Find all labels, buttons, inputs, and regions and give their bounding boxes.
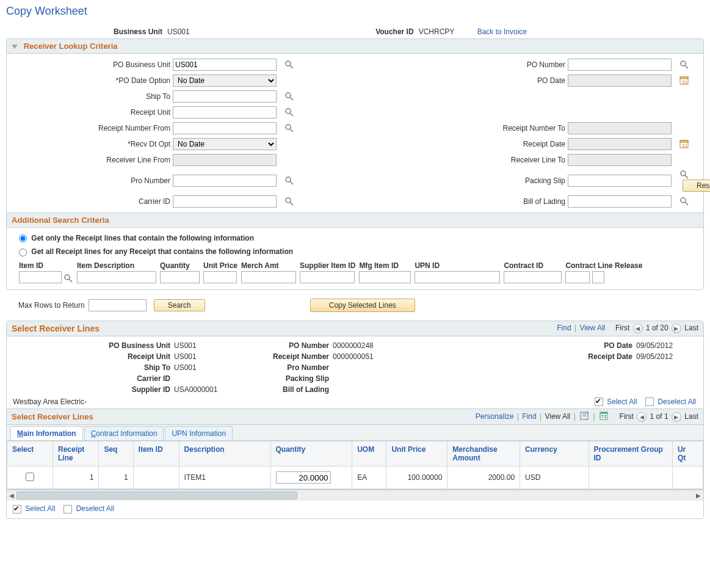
copy-selected-lines-button[interactable]: Copy Selected Lines — [310, 299, 415, 312]
next-icon[interactable]: ▶ — [672, 324, 681, 333]
po-bu-input[interactable] — [173, 59, 277, 71]
radio-contain-lines[interactable] — [19, 234, 27, 242]
calendar-icon[interactable]: 31 — [679, 139, 689, 149]
info-receipt-unit-label: Receipt Unit — [14, 352, 173, 361]
info-receipt-number-label: Receipt Number — [258, 352, 331, 361]
scroll-left-icon[interactable]: ◀ — [7, 491, 16, 500]
tab-upn-information[interactable]: UPN Information — [165, 426, 233, 440]
personalize-link[interactable]: Personalize — [476, 412, 514, 421]
lookup-icon[interactable] — [679, 197, 689, 206]
tab-contract-information[interactable]: Contract Information — [84, 426, 164, 440]
row-select-checkbox[interactable] — [26, 473, 34, 481]
lookup-icon[interactable] — [284, 60, 294, 70]
inner-grid-header: Select Receiver Lines — [12, 412, 93, 421]
receipt-unit-input[interactable] — [173, 106, 277, 118]
select-all-icon[interactable] — [595, 397, 603, 406]
select-all-link[interactable]: Select All — [607, 397, 637, 406]
lookup-icon[interactable] — [284, 123, 294, 133]
lookup-icon[interactable] — [284, 197, 294, 206]
horizontal-scrollbar[interactable]: ◀ ▶ — [7, 490, 703, 501]
svg-line-3 — [685, 65, 688, 68]
info-po-date-label: PO Date — [574, 341, 635, 350]
reset-button[interactable]: Reset — [683, 180, 710, 192]
col-item-id[interactable]: Item ID — [133, 441, 179, 466]
inner-find-link[interactable]: Find — [522, 412, 536, 421]
lookup-icon[interactable] — [284, 92, 294, 101]
scroll-thumb[interactable] — [16, 492, 297, 499]
inner-view-all[interactable]: View All — [545, 412, 570, 421]
merch-amt-input[interactable] — [241, 271, 296, 283]
lookup-icon[interactable] — [63, 274, 73, 283]
inner-prev-icon[interactable]: ◀ — [637, 412, 647, 422]
inner-next-icon[interactable]: ▶ — [672, 412, 681, 422]
col-receipt-line[interactable]: Receipt Line — [53, 441, 98, 466]
po-date-opt-label: *PO Date Option — [14, 76, 173, 85]
contract-line-input[interactable] — [565, 271, 590, 283]
col-description[interactable]: Description — [179, 441, 270, 466]
find-link[interactable]: Find — [557, 324, 571, 332]
svg-line-19 — [685, 175, 688, 178]
col-uom[interactable]: UOM — [352, 441, 386, 466]
prev-icon[interactable]: ◀ — [633, 324, 643, 333]
packing-slip-input[interactable] — [568, 175, 672, 187]
tab-main-information[interactable]: Main Information — [10, 426, 83, 440]
view-all-link[interactable]: View All — [579, 324, 605, 332]
bottom-select-all-icon[interactable] — [13, 505, 21, 514]
pro-number-input[interactable] — [173, 175, 277, 187]
col-seq[interactable]: Seq — [99, 441, 133, 466]
bill-of-lading-label: Bill of Lading — [299, 197, 568, 206]
col-currency[interactable]: Currency — [520, 441, 589, 466]
item-desc-input[interactable] — [77, 271, 156, 283]
lookup-icon[interactable] — [679, 170, 689, 180]
deselect-all-icon[interactable] — [645, 397, 654, 406]
pro-number-label: Pro Number — [14, 176, 173, 185]
recv-dt-opt-select[interactable]: No Date — [173, 138, 277, 150]
lookup-icon[interactable] — [679, 60, 689, 70]
supplier-item-input[interactable] — [300, 271, 355, 283]
upn-id-input[interactable] — [415, 271, 500, 283]
col-unit-price[interactable]: Unit Price — [386, 441, 447, 466]
lookup-icon[interactable] — [284, 107, 294, 117]
info-po-bu-label: PO Business Unit — [14, 341, 173, 350]
business-unit-value: US001 — [165, 27, 190, 36]
contract-release-input[interactable] — [592, 271, 604, 283]
deselect-all-link[interactable]: Deselect All — [657, 397, 696, 406]
qty-input[interactable] — [160, 271, 200, 283]
col-proc-grp[interactable]: Procurement Group ID — [589, 441, 672, 466]
max-rows-input[interactable] — [89, 299, 147, 311]
po-number-input[interactable] — [568, 59, 672, 71]
scroll-right-icon[interactable]: ▶ — [694, 491, 703, 500]
ship-to-input[interactable] — [173, 90, 277, 103]
calendar-icon[interactable]: 31 — [679, 76, 689, 85]
bottom-select-all-link[interactable]: Select All — [25, 504, 55, 513]
mfg-item-input[interactable] — [359, 271, 411, 283]
col-quantity[interactable]: Quantity — [270, 441, 352, 466]
carrier-id-input[interactable] — [173, 195, 277, 208]
svg-point-18 — [681, 171, 686, 176]
lookup-icon[interactable] — [284, 176, 294, 186]
receiver-lookup-header: Receiver Lookup Criteria — [24, 42, 118, 51]
back-to-invoice-link[interactable]: Back to Invoice — [477, 27, 527, 36]
download-icon[interactable] — [600, 412, 608, 422]
col-select[interactable]: Select — [7, 441, 53, 466]
bottom-deselect-all-link[interactable]: Deselect All — [76, 504, 114, 513]
unit-price-input[interactable] — [203, 271, 237, 283]
search-button[interactable]: Search — [154, 299, 205, 311]
cell-quantity-input[interactable] — [276, 471, 331, 484]
receipt-num-from-input[interactable] — [173, 122, 277, 134]
bottom-deselect-all-icon[interactable] — [63, 505, 72, 514]
svg-point-2 — [681, 61, 686, 66]
info-ship-to-label: Ship To — [14, 363, 173, 372]
bill-of-lading-input[interactable] — [568, 195, 672, 208]
po-date-option-select[interactable]: No Date — [173, 74, 277, 87]
item-id-input[interactable] — [19, 271, 62, 283]
zoom-icon[interactable] — [580, 412, 589, 422]
col-unit-qty[interactable]: UrQt — [672, 441, 703, 466]
recv-dt-opt-label: *Recv Dt Opt — [14, 140, 173, 148]
svg-text:31: 31 — [682, 143, 687, 148]
radio-all-lines[interactable] — [19, 249, 27, 256]
col-merch-amt[interactable]: Merchandise Amount — [447, 441, 520, 466]
contract-id-input[interactable] — [504, 271, 562, 283]
svg-point-16 — [286, 177, 291, 182]
collapse-icon[interactable] — [12, 45, 18, 49]
